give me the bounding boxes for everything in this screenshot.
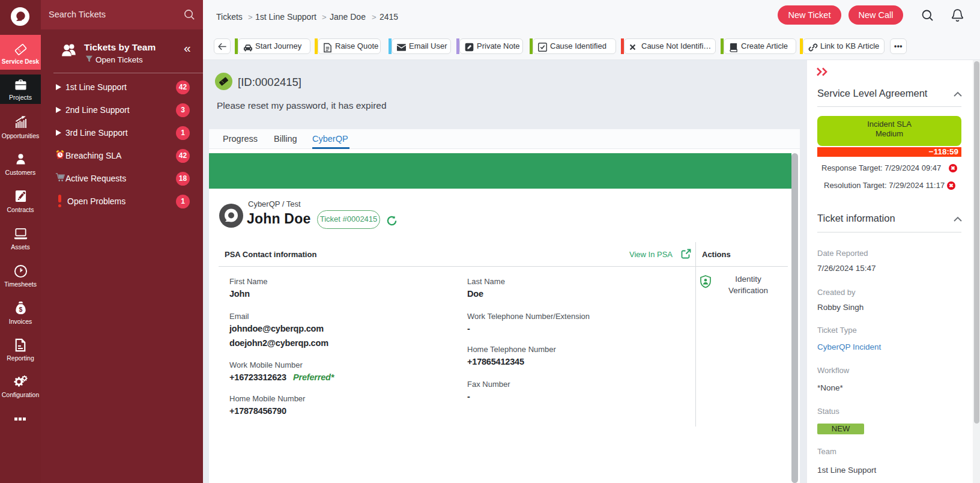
svg-text:$: $ — [19, 306, 23, 313]
